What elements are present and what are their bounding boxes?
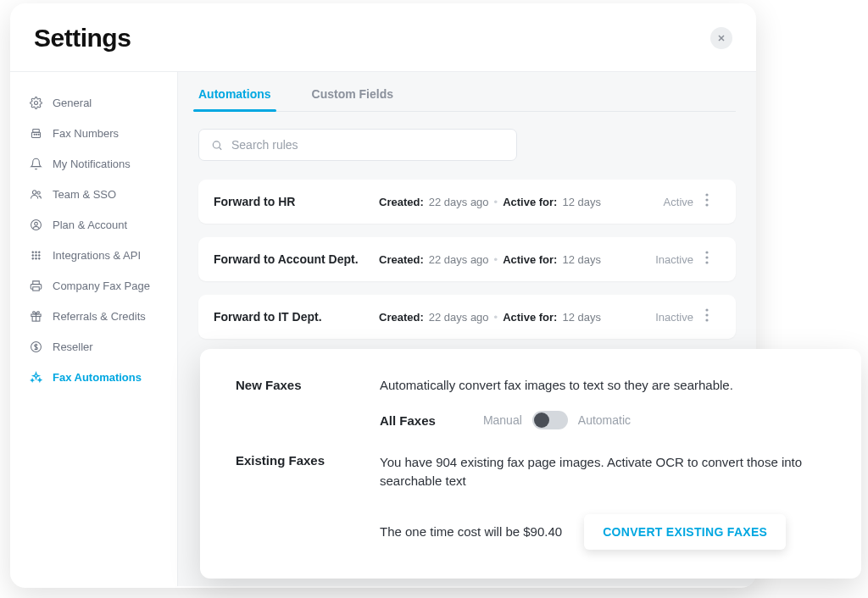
search-field[interactable] <box>198 129 517 161</box>
rule-row: Forward to IT Dept. Created: 22 days ago… <box>198 295 736 339</box>
rule-status: Inactive <box>655 253 693 266</box>
svg-point-12 <box>38 251 40 252</box>
grid-icon <box>29 248 42 262</box>
sidebar-item-label: Referrals & Credits <box>53 311 146 322</box>
cost-text: The one time cost will be $90.40 <box>380 524 562 539</box>
svg-rect-1 <box>32 129 39 132</box>
all-faxes-label: All Faxes <box>380 413 436 428</box>
svg-point-10 <box>31 251 33 252</box>
sidebar-item-label: General <box>53 97 92 108</box>
svg-point-16 <box>31 257 33 259</box>
existing-faxes-label: Existing Faxes <box>236 453 380 550</box>
rule-meta: Created: 22 days ago • Active for: 12 da… <box>379 253 655 266</box>
new-faxes-label: New Faxes <box>236 378 380 453</box>
more-vertical-icon <box>705 308 709 322</box>
rule-name: Forward to IT Dept. <box>214 310 379 324</box>
sidebar-item-reseller[interactable]: Reseller <box>10 331 177 362</box>
svg-point-24 <box>705 193 708 196</box>
svg-point-18 <box>38 257 40 259</box>
new-faxes-description: Automatically convert fax images to text… <box>380 378 826 392</box>
all-faxes-row: All Faxes Manual Automatic <box>380 411 826 429</box>
svg-point-11 <box>35 251 36 252</box>
sidebar-item-label: Plan & Account <box>53 219 127 230</box>
rule-status: Active <box>664 196 693 208</box>
tab-automations[interactable]: Automations <box>198 87 271 111</box>
svg-point-3 <box>34 134 35 135</box>
ocr-panel: New Faxes Automatically convert fax imag… <box>200 349 861 579</box>
sidebar-item-label: Reseller <box>53 341 93 352</box>
header: Settings <box>10 3 756 71</box>
sidebar-item-company-fax-page[interactable]: Company Fax Page <box>10 270 177 301</box>
svg-point-0 <box>34 101 37 104</box>
sidebar-item-label: Fax Automations <box>53 372 142 383</box>
sidebar: General Fax Numbers My Notifications Tea… <box>10 72 178 586</box>
sidebar-item-notifications[interactable]: My Notifications <box>10 148 177 179</box>
search-input[interactable] <box>231 138 504 152</box>
sidebar-item-fax-automations[interactable]: Fax Automations <box>10 362 177 392</box>
users-icon <box>29 187 42 201</box>
rule-name: Forward to Account Dept. <box>214 252 379 266</box>
rule-more-menu[interactable] <box>705 193 721 210</box>
sidebar-item-label: Fax Numbers <box>53 128 119 139</box>
convert-existing-button[interactable]: CONVERT EXISTING FAXES <box>584 514 786 550</box>
rule-status: Inactive <box>655 311 693 324</box>
close-button[interactable] <box>710 27 732 49</box>
svg-point-5 <box>38 134 39 135</box>
svg-point-29 <box>705 261 708 263</box>
sidebar-item-referrals[interactable]: Referrals & Credits <box>10 301 177 331</box>
svg-point-14 <box>35 254 36 256</box>
svg-point-28 <box>705 256 708 258</box>
sidebar-item-general[interactable]: General <box>10 87 177 118</box>
user-circle-icon <box>29 218 42 231</box>
svg-point-25 <box>705 198 708 201</box>
rule-meta: Created: 22 days ago • Active for: 12 da… <box>379 311 655 324</box>
gift-icon <box>29 309 42 323</box>
svg-point-31 <box>705 313 708 316</box>
page-title: Settings <box>34 24 131 53</box>
sparkles-icon <box>29 370 42 384</box>
rule-name: Forward to HR <box>214 195 379 208</box>
sidebar-item-fax-numbers[interactable]: Fax Numbers <box>10 118 177 148</box>
svg-point-13 <box>31 254 33 256</box>
sidebar-item-integrations[interactable]: Integrations & API <box>10 240 177 270</box>
svg-point-9 <box>34 222 37 225</box>
svg-point-32 <box>705 318 708 321</box>
sidebar-item-label: My Notifications <box>53 158 131 169</box>
printer-icon <box>29 279 42 292</box>
rule-more-menu[interactable] <box>705 308 721 325</box>
tab-custom-fields[interactable]: Custom Fields <box>312 87 393 111</box>
search-icon <box>211 139 223 152</box>
sidebar-item-label: Team & SSO <box>53 189 116 200</box>
rules-list: Forward to HR Created: 22 days ago • Act… <box>198 180 736 339</box>
svg-point-30 <box>705 308 708 311</box>
rule-row: Forward to Account Dept. Created: 22 day… <box>198 237 736 281</box>
svg-point-26 <box>705 203 708 206</box>
tabs: Automations Custom Fields <box>198 72 736 112</box>
more-vertical-icon <box>705 251 709 264</box>
toggle-label-manual: Manual <box>483 413 522 427</box>
dollar-icon <box>29 340 42 353</box>
svg-point-4 <box>36 134 36 135</box>
gear-icon <box>29 96 42 109</box>
bell-icon <box>29 157 42 170</box>
svg-point-7 <box>37 191 40 194</box>
svg-point-17 <box>35 257 36 259</box>
sidebar-item-label: Company Fax Page <box>53 280 150 291</box>
more-vertical-icon <box>705 193 709 207</box>
fax-icon <box>29 126 42 140</box>
svg-rect-19 <box>32 286 39 290</box>
sidebar-item-plan-account[interactable]: Plan & Account <box>10 209 177 240</box>
ocr-mode-toggle[interactable] <box>532 411 568 429</box>
toggle-label-automatic: Automatic <box>578 413 631 427</box>
sidebar-item-label: Integrations & API <box>53 250 141 261</box>
existing-faxes-description: You have 904 existing fax page images. A… <box>380 453 826 490</box>
rule-more-menu[interactable] <box>705 251 721 268</box>
svg-point-27 <box>705 251 708 253</box>
rule-row: Forward to HR Created: 22 days ago • Act… <box>198 180 736 224</box>
rule-meta: Created: 22 days ago • Active for: 12 da… <box>379 196 664 208</box>
svg-point-23 <box>213 141 220 147</box>
close-icon <box>716 33 726 43</box>
svg-point-15 <box>38 254 40 256</box>
svg-point-6 <box>32 190 36 193</box>
sidebar-item-team-sso[interactable]: Team & SSO <box>10 179 177 209</box>
